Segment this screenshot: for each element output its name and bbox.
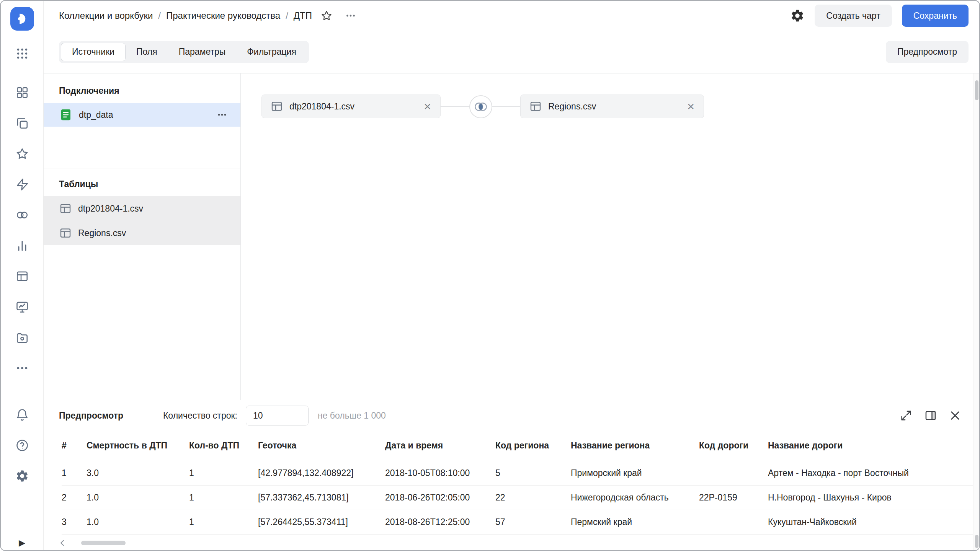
connections-bolt-icon[interactable] <box>14 178 31 191</box>
split-view-icon[interactable] <box>924 409 937 422</box>
connection-name: dtp_data <box>79 110 113 120</box>
cell: 2018-08-26T12:25:00 <box>385 510 495 534</box>
horizontal-scroll-thumb[interactable] <box>81 541 126 545</box>
tab-fields[interactable]: Поля <box>126 43 168 61</box>
cell <box>699 461 768 485</box>
cell: 57 <box>495 510 571 534</box>
table-row: 3 1.0 1 [57.264425,55.373411] 2018-08-26… <box>62 510 973 534</box>
close-preview-icon[interactable] <box>949 409 962 422</box>
table-list-item-dtp[interactable]: dtp201804-1.csv <box>44 196 240 221</box>
canvas-table-regions[interactable]: Regions.csv × <box>520 95 704 118</box>
charts-bar-icon[interactable] <box>14 239 31 253</box>
row-count-input[interactable] <box>246 406 309 425</box>
expand-rail-button[interactable]: ▶ <box>1 538 43 548</box>
tab-parameters[interactable]: Параметры <box>168 43 237 61</box>
sources-panel: Подключения dtp_data <box>44 73 241 400</box>
dataset-tabs: Источники Поля Параметры Фильтрация <box>59 41 309 63</box>
main-area: Коллекции и воркбуки / Практические руко… <box>44 1 979 550</box>
column-header: Дата и время <box>385 431 495 461</box>
connections-title: Подключения <box>44 73 240 103</box>
join-canvas[interactable]: dtp201804-1.csv × Regions.csv × <box>241 73 979 400</box>
settings-gear-icon[interactable] <box>14 469 31 483</box>
breadcrumb-collections[interactable]: Коллекции и воркбуки <box>59 10 153 21</box>
vertical-scroll-thumb[interactable] <box>975 535 978 548</box>
breadcrumb-guides[interactable]: Практические руководства <box>166 10 280 21</box>
preview-table-wrap: # Смертность в ДТП Кол-во ДТП Геоточка Д… <box>44 431 979 536</box>
cell: 3.0 <box>87 461 189 485</box>
join-type-icon[interactable] <box>469 95 492 118</box>
datalens-logo-icon <box>15 11 30 26</box>
cell: 2018-10-05T08:10:00 <box>385 461 495 485</box>
tab-sources[interactable]: Источники <box>61 43 126 61</box>
remove-table-icon[interactable]: × <box>686 100 695 112</box>
cell: 2018-06-26T02:05:00 <box>385 485 495 510</box>
storage-folder-icon[interactable] <box>14 331 31 344</box>
tab-filtering[interactable]: Фильтрация <box>236 43 307 61</box>
row-count-hint: не больше 1 000 <box>318 411 386 421</box>
tables-section: Таблицы dtp201804-1.csv <box>44 168 240 245</box>
horizontal-scrollbar[interactable] <box>44 536 979 550</box>
favorites-star-icon[interactable] <box>14 147 31 161</box>
cell: Артем - Находка - порт Восточный <box>768 461 973 485</box>
workbooks-grid-icon[interactable] <box>14 86 31 99</box>
cell: 22 <box>495 485 571 510</box>
horizontal-scroll-track[interactable] <box>75 540 972 546</box>
more-services-icon[interactable] <box>14 361 31 375</box>
breadcrumb-current: ДТП <box>294 10 312 21</box>
cell: 3 <box>62 510 87 534</box>
cell: 2 <box>62 485 87 510</box>
cell: Нижегородская область <box>571 485 699 510</box>
cell: [57.337362,45.713081] <box>258 485 385 510</box>
preview-title: Предпросмотр <box>59 411 123 421</box>
connection-menu-icon[interactable] <box>216 109 228 121</box>
cell: 5 <box>495 461 571 485</box>
preview-header: Предпросмотр Количество строк: не больше… <box>44 400 979 431</box>
cell: 1 <box>62 461 87 485</box>
services-rings-icon[interactable] <box>14 208 31 222</box>
datasets-table-icon[interactable] <box>14 269 31 283</box>
datalens-logo[interactable] <box>10 7 34 31</box>
help-icon[interactable] <box>14 439 31 452</box>
expand-preview-icon[interactable] <box>900 409 913 422</box>
dataset-settings-gear-icon[interactable] <box>790 8 805 23</box>
canvas-table-name: dtp201804-1.csv <box>289 101 354 112</box>
column-header: Код дороги <box>699 431 768 461</box>
cell: 1 <box>189 510 258 534</box>
preview-table-header-row: # Смертность в ДТП Кол-во ДТП Геоточка Д… <box>62 431 973 461</box>
remove-table-icon[interactable]: × <box>423 100 432 112</box>
cell <box>699 510 768 534</box>
table-list-item-regions[interactable]: Regions.csv <box>44 221 240 245</box>
tabs-row: Источники Поля Параметры Фильтрация Пред… <box>44 31 979 73</box>
cell: 22Р-0159 <box>699 485 768 510</box>
column-header: Кол-во ДТП <box>189 431 258 461</box>
vertical-scroll-thumb[interactable] <box>975 80 978 100</box>
save-button[interactable]: Сохранить <box>902 5 969 27</box>
collections-stack-icon[interactable] <box>14 116 31 130</box>
apps-grid-icon[interactable] <box>14 47 31 60</box>
rail-nav <box>14 86 31 375</box>
more-actions-icon[interactable] <box>344 9 357 22</box>
create-chart-button[interactable]: Создать чарт <box>815 5 892 27</box>
content-area: Подключения dtp_data <box>44 73 979 400</box>
rail-bottom <box>14 408 31 483</box>
connection-item[interactable]: dtp_data <box>44 103 240 127</box>
table-row: 1 3.0 1 [42.977894,132.408922] 2018-10-0… <box>62 461 973 485</box>
vertical-scrollbar[interactable] <box>973 73 979 550</box>
canvas-table-dtp[interactable]: dtp201804-1.csv × <box>261 95 441 118</box>
scroll-left-icon[interactable] <box>57 538 67 548</box>
dashboards-monitor-icon[interactable] <box>14 300 31 314</box>
topbar-actions: Создать чарт Сохранить <box>790 5 969 27</box>
canvas-table-name: Regions.csv <box>548 101 596 112</box>
preview-controls <box>900 409 962 422</box>
favorite-star-icon[interactable] <box>320 10 333 22</box>
table-name: Regions.csv <box>78 228 126 238</box>
cell: Приморский край <box>571 461 699 485</box>
app-rail: ▶ <box>1 1 44 550</box>
cell: 1 <box>189 485 258 510</box>
preview-toggle-button[interactable]: Предпросмотр <box>886 41 969 63</box>
cell: 1.0 <box>87 485 189 510</box>
column-header: Код региона <box>495 431 571 461</box>
notifications-bell-icon[interactable] <box>14 408 31 422</box>
breadcrumb-separator: / <box>158 10 161 21</box>
preview-panel: Предпросмотр Количество строк: не больше… <box>44 400 979 550</box>
